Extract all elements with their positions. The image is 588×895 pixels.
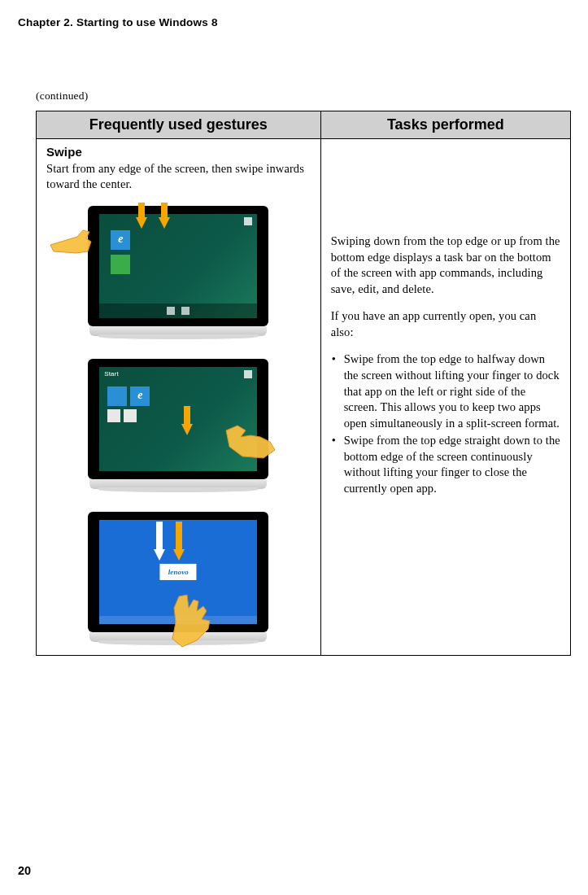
task-bullet-2: Swipe from the top edge straight down to… [331,433,560,496]
page-number: 20 [18,864,31,877]
start-label: Start [104,370,118,379]
table-header-gestures: Frequently used gestures [37,111,321,139]
tile-icon [107,386,127,406]
hand-icon [164,593,221,652]
user-icon [244,370,252,378]
task-bullet-list: Swipe from the top edge to halfway down … [331,351,560,496]
tile-ie-icon: e [130,386,150,406]
tile-store-icon [111,255,130,274]
hand-icon [49,220,98,260]
hand-icon [223,422,281,468]
taskbar-icon [167,307,175,315]
taskbar-icon [181,307,189,315]
continued-label: (continued) [36,90,570,103]
cell-gesture: Swipe Start from any edge of the screen,… [37,139,321,656]
gesture-table: Frequently used gestures Tasks performed… [36,111,571,656]
task-paragraph-2: If you have an app currently open, you c… [331,308,560,340]
gesture-description: Start from any edge of the screen, then … [46,162,304,191]
table-row: Swipe Start from any edge of the screen,… [37,139,571,656]
task-paragraph-1: Swiping down from the top edge or up fro… [331,234,560,297]
task-bullet-1: Swipe from the top edge to halfway down … [331,351,560,431]
tablet-dock-app: Start e [88,359,268,489]
tablet-illustrations: e [46,206,311,642]
chapter-header: Chapter 2. Starting to use Windows 8 [18,16,570,28]
tile-icon [107,409,120,422]
tablet-close-app: lenovo [88,512,268,642]
lenovo-logo: lenovo [160,564,197,580]
app-taskbar [99,303,257,318]
tile-icon [124,409,137,422]
user-icon [244,217,252,225]
tile-ie-icon: e [111,230,130,250]
gesture-title: Swipe [46,145,82,159]
tablet-swipe-top: e [88,206,268,336]
cell-tasks: Swiping down from the top edge or up fro… [320,139,570,656]
table-header-tasks: Tasks performed [320,111,570,139]
